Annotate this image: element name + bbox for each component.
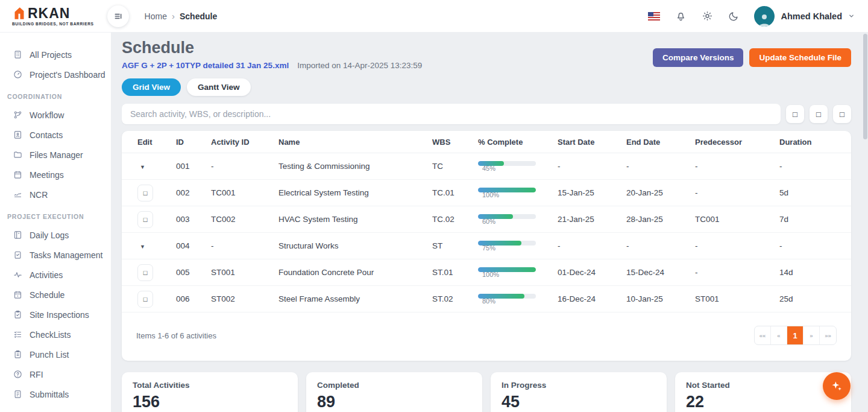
- sidebar-item-label: Punch List: [30, 350, 69, 360]
- update-schedule-file-button[interactable]: Update Schedule File: [749, 48, 851, 67]
- cell-activity-id: TC002: [211, 215, 278, 224]
- edit-row-button[interactable]: □: [137, 264, 153, 281]
- sidebar-item-label: RFI: [30, 370, 43, 379]
- sidebar-item-label: Meetings: [30, 170, 64, 180]
- column-header-id: ID: [176, 138, 211, 147]
- document-icon: [13, 390, 22, 399]
- cell-predecessor: ST001: [695, 294, 779, 303]
- breadcrumb-current: Schedule: [180, 11, 217, 21]
- sidebar-item-label: CheckLists: [30, 330, 71, 340]
- cell-id: 004: [176, 241, 211, 250]
- breadcrumb-home-link[interactable]: Home: [145, 11, 167, 21]
- workflow-icon: [13, 110, 22, 119]
- sidebar-toggle-button[interactable]: [107, 5, 129, 27]
- pagination-next-button[interactable]: »: [804, 326, 820, 344]
- cell-duration: 5d: [779, 188, 845, 197]
- sidebar-item-tasks-management[interactable]: Tasks Management: [0, 245, 111, 265]
- pagination-page-1[interactable]: 1: [787, 326, 804, 344]
- sidebar-item-contacts[interactable]: Contacts: [0, 125, 111, 145]
- dark-mode-moon-icon[interactable]: [728, 10, 740, 22]
- sidebar-item-project-dashboard[interactable]: Project's Dashboard: [0, 65, 111, 84]
- gantt-view-tab[interactable]: Gantt View: [187, 78, 251, 96]
- table-tool-button-2[interactable]: □: [810, 105, 828, 123]
- sidebar: All Projects Project's Dashboard COORDIN…: [0, 33, 111, 412]
- cell-activity-id: ST002: [211, 294, 278, 303]
- cell-name: Structural Works: [278, 241, 432, 250]
- pulse-icon: [13, 270, 22, 279]
- table-row: ▼ 001 - Testing & Commissioning TC 45% -…: [122, 153, 851, 180]
- cell-wbs: TC: [432, 162, 478, 171]
- cell-name: Steel Frame Assembly: [278, 294, 432, 303]
- sidebar-item-label: All Projects: [30, 50, 72, 60]
- cell-end-date: 10-Jan-25: [626, 294, 695, 303]
- pagination-last-button[interactable]: »»: [820, 326, 836, 344]
- expand-caret-icon[interactable]: ▼: [137, 164, 145, 170]
- notifications-bell-icon[interactable]: [675, 10, 687, 22]
- sidebar-item-punch-list[interactable]: Punch List: [0, 344, 111, 364]
- schedule-table-card: Edit ID Activity ID Name WBS % Complete …: [122, 131, 851, 361]
- page-title: Schedule: [122, 39, 422, 57]
- column-header-wbs: WBS: [432, 138, 478, 147]
- brand-tagline: BUILDING BRIDGES, NOT BARRIERS: [12, 22, 94, 27]
- schedule-file-link[interactable]: AGF G + 2P + 10TYP detailed 31 Jan 25.xm…: [122, 61, 289, 70]
- column-header-duration: Duration: [779, 138, 845, 147]
- progress-label: 60%: [482, 218, 539, 225]
- sidebar-item-ncr[interactable]: NCR: [0, 185, 111, 204]
- stat-label: Total Activities: [133, 381, 287, 390]
- column-header-predecessor: Predecessor: [695, 138, 779, 147]
- user-avatar: [754, 6, 775, 27]
- table-tool-button-3[interactable]: □: [833, 105, 851, 123]
- language-flag-icon[interactable]: [648, 10, 660, 22]
- sidebar-item-checklists[interactable]: CheckLists: [0, 325, 111, 344]
- sidebar-item-all-projects[interactable]: All Projects: [0, 45, 111, 65]
- expand-caret-icon[interactable]: ▼: [137, 244, 145, 250]
- compare-versions-button[interactable]: Compare Versions: [653, 48, 744, 67]
- cell-predecessor: -: [695, 162, 779, 171]
- items-summary: Items 1-6 of 6 activities: [136, 331, 216, 340]
- stat-value: 89: [317, 393, 471, 411]
- settings-gear-icon[interactable]: [701, 10, 713, 22]
- pagination-prev-button[interactable]: «: [771, 326, 787, 344]
- cell-end-date: -: [626, 241, 695, 250]
- grid-view-tab[interactable]: Grid View: [122, 78, 181, 96]
- sidebar-item-files-manager[interactable]: Files Manager: [0, 145, 111, 165]
- sidebar-item-schedule[interactable]: Schedule: [0, 285, 111, 305]
- breadcrumb-separator: ›: [172, 11, 175, 21]
- cell-name: Testing & Commissioning: [278, 162, 432, 171]
- cell-id: 006: [176, 294, 211, 303]
- cell-activity-id: TC001: [211, 188, 278, 197]
- edit-row-button[interactable]: □: [137, 211, 153, 228]
- user-menu[interactable]: Ahmed Khaled: [754, 6, 855, 27]
- edit-row-button[interactable]: □: [137, 291, 153, 308]
- progress-label: 80%: [482, 297, 539, 305]
- sidebar-item-daily-logs[interactable]: Daily Logs: [0, 225, 111, 245]
- sidebar-item-submittals[interactable]: Submittals: [0, 384, 111, 404]
- column-header-name: Name: [278, 138, 432, 147]
- cell-progress: 60%: [478, 214, 558, 225]
- building-icon: [13, 50, 22, 59]
- scrollbar-thumb[interactable]: [863, 34, 867, 139]
- sidebar-item-label: Files Manager: [30, 150, 83, 160]
- sidebar-item-activities[interactable]: Activities: [0, 265, 111, 285]
- table-row: ▼ 004 - Structural Works ST 75% - - - -: [122, 233, 851, 259]
- cell-end-date: 15-Dec-24: [626, 268, 695, 277]
- calendar-icon: [13, 170, 22, 179]
- pagination-first-button[interactable]: ««: [755, 326, 771, 344]
- cell-duration: 7d: [779, 215, 845, 224]
- stat-value: 22: [686, 393, 840, 411]
- sidebar-item-site-inspections[interactable]: Site Inspections: [0, 305, 111, 325]
- table-tool-button-1[interactable]: □: [786, 105, 804, 123]
- clipboard-check-icon: [13, 310, 22, 319]
- ai-assistant-fab[interactable]: [823, 372, 851, 400]
- sidebar-item-rfi[interactable]: RFI: [0, 364, 111, 384]
- page-scrollbar[interactable]: [863, 34, 867, 412]
- sidebar-item-workflow[interactable]: Workflow: [0, 105, 111, 125]
- cell-start-date: 15-Jan-25: [558, 188, 626, 197]
- column-header-start-date: Start Date: [558, 138, 626, 147]
- search-input[interactable]: [122, 104, 781, 124]
- sidebar-item-meetings[interactable]: Meetings: [0, 165, 111, 185]
- cell-activity-id: ST001: [211, 268, 278, 277]
- cell-predecessor: -: [695, 241, 779, 250]
- edit-row-button[interactable]: □: [137, 185, 153, 201]
- table-row: □ 006 ST002 Steel Frame Assembly ST.02 8…: [122, 286, 851, 312]
